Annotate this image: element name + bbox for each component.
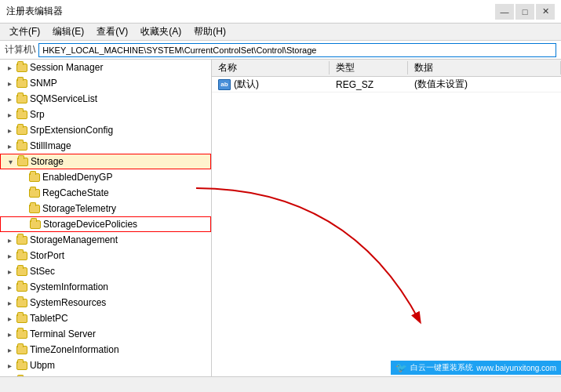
folder-icon-regcachestate — [28, 187, 41, 199]
watermark: 🐦 白云一键重装系统 www.baiyunxitong.com — [391, 361, 561, 375]
arrow-sqmservicelist — [3, 93, 16, 105]
arrow-snmp — [3, 77, 16, 89]
label-usb: USB — [30, 376, 49, 376]
tree-item-storagedevicepolicies[interactable]: StorageDevicePolicies — [0, 216, 211, 232]
tree-item-systemresources[interactable]: SystemResources — [0, 295, 211, 310]
col-type: 类型 — [330, 61, 408, 74]
folder-icon-storport — [16, 249, 28, 262]
label-storagedevicepolicies: StorageDevicePolicies — [43, 219, 137, 230]
address-input[interactable] — [38, 43, 556, 57]
cell-data-default: (数值未设置) — [408, 78, 561, 91]
arrow-regcachestate — [16, 187, 28, 199]
folder-icon-stillimage — [16, 140, 28, 152]
arrow-ubpm — [3, 359, 16, 372]
label-systeminformation: SystemInformation — [30, 281, 108, 292]
label-storagemanagement: StorageManagement — [30, 234, 118, 245]
folder-icon-usb — [16, 375, 28, 376]
tree-item-enableddenyGP[interactable]: EnabledDenyGP — [0, 169, 211, 185]
label-session-manager: Session Manager — [30, 62, 103, 73]
folder-icon-stsec — [16, 265, 28, 278]
reg-value-icon: ab — [218, 79, 231, 90]
tree-item-terminalserver[interactable]: Terminal Server — [0, 326, 211, 342]
menu-view[interactable]: 查看(V) — [90, 24, 134, 40]
folder-icon-storage — [16, 155, 29, 168]
label-srpextensionconfig: SrpExtensionConfig — [30, 125, 113, 136]
folder-icon-enableddenyGP — [28, 171, 41, 183]
folder-icon-snmp — [16, 77, 28, 89]
menubar: 文件(F) 编辑(E) 查看(V) 收藏夹(A) 帮助(H) — [0, 24, 561, 41]
tree-item-systeminformation[interactable]: SystemInformation — [0, 279, 211, 295]
folder-icon-srp — [16, 108, 28, 121]
folder-icon-systemresources — [16, 296, 28, 309]
arrow-stsec — [3, 265, 16, 278]
arrow-srp — [3, 108, 16, 121]
arrow-storagemanagement — [3, 234, 16, 246]
arrow-tabletpc — [3, 312, 16, 325]
tree-item-stsec[interactable]: StSec — [0, 263, 211, 279]
label-systemresources: SystemResources — [30, 297, 106, 308]
folder-icon-storagetelemetry — [28, 202, 41, 215]
label-enableddenyGP: EnabledDenyGP — [42, 172, 112, 183]
label-storage: Storage — [31, 156, 64, 167]
folder-icon-session-manager — [16, 61, 28, 74]
cell-name-default: ab (默认) — [212, 78, 330, 91]
minimize-button[interactable]: — — [495, 4, 514, 20]
statusbar — [0, 376, 561, 392]
label-sqmservicelist: SQMServiceList — [30, 93, 97, 104]
maximize-button[interactable]: □ — [515, 4, 534, 20]
tree-item-ubpm[interactable]: Ubpm — [0, 358, 211, 373]
detail-row-default[interactable]: ab (默认) REG_SZ (数值未设置) — [212, 77, 561, 93]
tree-item-sqmservicelist[interactable]: SQMServiceList — [0, 91, 211, 107]
tree-panel[interactable]: Session Manager SNMP SQMServiceList Srp — [0, 60, 212, 376]
arrow-stillimage — [3, 140, 16, 152]
tree-item-usb[interactable]: USB — [0, 373, 211, 376]
tree-item-storport[interactable]: StorPort — [0, 248, 211, 263]
addressbar: 计算机\ — [0, 41, 561, 60]
tree-item-timezoneinformation[interactable]: TimeZoneInformation — [0, 342, 211, 358]
folder-icon-timezoneinformation — [16, 343, 28, 356]
menu-favorites[interactable]: 收藏夹(A) — [134, 24, 188, 40]
arrow-systemresources — [3, 296, 16, 309]
tree-item-storage[interactable]: Storage — [0, 154, 211, 169]
tree-item-tabletpc[interactable]: TabletPC — [0, 310, 211, 326]
address-prefix: 计算机\ — [5, 43, 35, 56]
tree-item-storagetelemetry[interactable]: StorageTelemetry — [0, 201, 211, 216]
app-window: 注册表编辑器 — □ ✕ 文件(F) 编辑(E) 查看(V) 收藏夹(A) 帮助… — [0, 0, 561, 392]
tree-item-session-manager[interactable]: Session Manager — [0, 60, 211, 75]
tree-item-snmp[interactable]: SNMP — [0, 75, 211, 91]
menu-file[interactable]: 文件(F) — [3, 24, 46, 40]
arrow-storage — [4, 155, 16, 168]
label-regcachestate: RegCacheState — [42, 187, 109, 198]
arrow-timezoneinformation — [3, 343, 16, 356]
tree-item-srpextensionconfig[interactable]: SrpExtensionConfig — [0, 122, 211, 138]
label-ubpm: Ubpm — [30, 360, 55, 371]
arrow-storport — [3, 249, 16, 262]
menu-help[interactable]: 帮助(H) — [188, 24, 232, 40]
arrow-storagetelemetry — [16, 202, 28, 215]
label-srp: Srp — [30, 109, 45, 120]
col-name: 名称 — [212, 61, 330, 74]
folder-icon-srpextensionconfig — [16, 124, 28, 136]
folder-icon-ubpm — [16, 359, 28, 372]
twitter-bird-icon: 🐦 — [395, 362, 407, 373]
tree-item-regcachestate[interactable]: RegCacheState — [0, 185, 211, 201]
detail-panel: 名称 类型 数据 ab (默认) REG_SZ (数值未设置) — [212, 60, 561, 376]
arrow-systeminformation — [3, 281, 16, 293]
tree-item-stillimage[interactable]: StillImage — [0, 138, 211, 154]
tree-item-srp[interactable]: Srp — [0, 107, 211, 122]
label-stillimage: StillImage — [30, 140, 71, 151]
arrow-storagedevicepolicies — [16, 218, 29, 230]
menu-edit[interactable]: 编辑(E) — [46, 24, 90, 40]
col-data: 数据 — [408, 61, 561, 74]
folder-icon-systeminformation — [16, 281, 28, 293]
close-button[interactable]: ✕ — [536, 4, 555, 20]
watermark-label: 白云一键重装系统 — [410, 362, 473, 373]
label-snmp: SNMP — [30, 78, 57, 89]
arrow-usb — [3, 375, 16, 376]
label-timezoneinformation: TimeZoneInformation — [30, 344, 119, 355]
label-stsec: StSec — [30, 266, 55, 277]
window-title: 注册表编辑器 — [6, 5, 63, 18]
label-storport: StorPort — [30, 250, 64, 261]
tree-item-storagemanagement[interactable]: StorageManagement — [0, 232, 211, 248]
folder-icon-sqmservicelist — [16, 93, 28, 105]
